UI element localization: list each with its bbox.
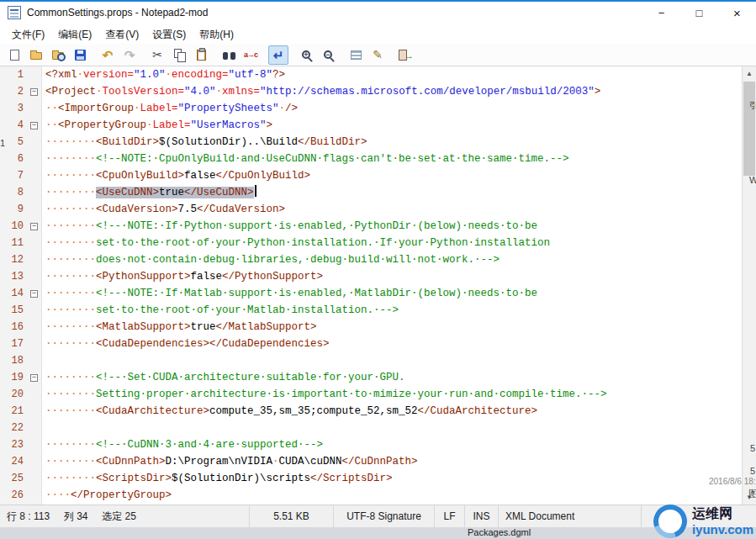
code-text[interactable] xyxy=(42,352,742,369)
code-text[interactable] xyxy=(42,420,742,436)
minimize-button[interactable]: − xyxy=(642,0,680,25)
exit-button[interactable] xyxy=(395,45,415,65)
fold-marker-icon[interactable]: − xyxy=(30,374,38,382)
scroll-up-arrow-icon[interactable]: ▲ xyxy=(743,66,756,81)
open-file-button[interactable] xyxy=(26,45,46,65)
code-line[interactable]: 9········<CudaVersion>7.5</CudaVersion> xyxy=(0,201,742,218)
browse-button[interactable] xyxy=(48,45,68,65)
code-line[interactable]: 4−··<PropertyGroup·Label="UserMacros"> xyxy=(0,117,742,134)
fold-margin[interactable]: − xyxy=(27,369,42,386)
fold-marker-icon[interactable]: − xyxy=(30,122,38,129)
paste-button[interactable] xyxy=(191,45,211,65)
menu-settings[interactable]: 设置(S) xyxy=(145,26,193,44)
code-line[interactable]: 18 xyxy=(0,352,742,369)
code-text[interactable]: ········set·to·the·root·of·your·Python·i… xyxy=(42,235,742,251)
code-text[interactable]: ········<CudaArchitecture>compute_35,sm_… xyxy=(42,403,742,420)
replace-button[interactable] xyxy=(241,45,261,65)
menu-view[interactable]: 查看(V) xyxy=(98,26,145,44)
code-line[interactable]: 10−········<!--·NOTE:·If·Python·support·… xyxy=(0,218,742,235)
code-line[interactable]: 14−········<!--·NOTE:·If·Matlab·support·… xyxy=(0,285,742,302)
code-text[interactable]: ········<!--·CuDNN·3·and·4·are·supported… xyxy=(42,436,742,453)
fold-marker-icon[interactable]: − xyxy=(30,88,38,96)
status-insert-mode[interactable]: INS xyxy=(465,505,499,527)
code-line[interactable]: 25········<ScriptsDir>$(SolutionDir)\scr… xyxy=(0,470,742,487)
code-line[interactable]: 3··<ImportGroup·Label="PropertySheets"·/… xyxy=(0,100,742,117)
code-text[interactable]: ········Setting·proper·architecture·is·i… xyxy=(42,386,742,403)
save-button[interactable] xyxy=(70,45,90,65)
code-text[interactable]: ··<PropertyGroup·Label="UserMacros"> xyxy=(42,117,742,134)
fold-marker-icon[interactable]: − xyxy=(30,223,38,230)
new-file-button[interactable] xyxy=(4,45,24,65)
menu-file[interactable]: 文件(F) xyxy=(5,26,51,44)
code-line[interactable]: 5········<BuildDir>$(SolutionDir)..\Buil… xyxy=(0,134,742,151)
code-line[interactable]: 23········<!--·CuDNN·3·and·4·are·support… xyxy=(0,436,742,453)
title-bar[interactable]: CommonSettings.props - Notepad2-mod − □ … xyxy=(0,0,756,25)
editor-area[interactable]: 1<?xml·version="1.0"·encoding="utf-8"?>2… xyxy=(0,66,756,505)
code-line[interactable]: 7········<CpuOnlyBuild>false</CpuOnlyBui… xyxy=(0,167,742,184)
code-text[interactable]: ····</PropertyGroup> xyxy=(42,487,742,504)
fold-margin[interactable]: − xyxy=(27,83,42,100)
code-line[interactable]: 11········set·to·the·root·of·your·Python… xyxy=(0,235,742,251)
fold-margin[interactable]: − xyxy=(27,285,42,302)
code-text[interactable]: ········<CudaVersion>7.5</CudaVersion> xyxy=(42,201,742,218)
copy-button[interactable] xyxy=(169,45,189,65)
code-line[interactable]: 12········does·not·contain·debug·librari… xyxy=(0,251,742,268)
line-number: 15 xyxy=(0,302,27,319)
syntax-scheme-button[interactable] xyxy=(367,45,388,65)
maximize-button[interactable]: □ xyxy=(680,0,718,25)
code-line[interactable]: 13········<PythonSupport>false</PythonSu… xyxy=(0,268,742,285)
code-text[interactable]: ········<CudaDependencies></CudaDependen… xyxy=(42,336,742,352)
cut-button[interactable] xyxy=(147,45,167,65)
code-line[interactable]: 19−········<!--·Set·CUDA·architecture·su… xyxy=(0,369,742,386)
code-text[interactable]: <?xml·version="1.0"·encoding="utf-8"?> xyxy=(42,66,742,83)
code-text[interactable]: ········does·not·contain·debug·libraries… xyxy=(42,251,742,268)
menu-help[interactable]: 帮助(H) xyxy=(193,26,241,44)
fold-margin[interactable]: − xyxy=(27,117,42,134)
code-text[interactable]: ········<!--NOTE:·CpuOnlyBuild·and·UseCu… xyxy=(42,151,742,167)
show-lines-button[interactable] xyxy=(346,45,366,65)
code-token: ········ xyxy=(45,304,96,316)
code-text[interactable]: ········<CpuOnlyBuild>false</CpuOnlyBuil… xyxy=(42,167,742,184)
code-text[interactable]: ··<ImportGroup·Label="PropertySheets"·/> xyxy=(42,100,742,117)
code-text[interactable]: ········<ScriptsDir>$(SolutionDir)\scrip… xyxy=(42,470,742,487)
code-lines[interactable]: 1<?xml·version="1.0"·encoding="utf-8"?>2… xyxy=(0,66,742,505)
code-text[interactable]: ········set·to·the·root·of·your·Matlab·i… xyxy=(42,302,742,319)
code-text[interactable]: ········<BuildDir>$(SolutionDir)..\Build… xyxy=(42,134,742,151)
status-document-type[interactable]: XML Document xyxy=(499,505,642,527)
zoom-in-button[interactable] xyxy=(296,45,316,65)
zoom-in-icon xyxy=(302,50,310,59)
menu-edit[interactable]: 编辑(E) xyxy=(51,26,98,44)
code-line[interactable]: 26····</PropertyGroup> xyxy=(0,487,742,504)
vertical-scrollbar[interactable]: ▲ ▼ xyxy=(742,66,756,505)
status-encoding[interactable]: UTF-8 Signature xyxy=(334,505,435,527)
code-line[interactable]: 15········set·to·the·root·of·your·Matlab… xyxy=(0,302,742,319)
code-text[interactable]: ········<CuDnnPath>D:\Program\nVIDIA·CUD… xyxy=(42,453,742,470)
close-button[interactable]: × xyxy=(718,0,756,25)
code-line[interactable]: 22 xyxy=(0,420,742,436)
code-text[interactable]: ········<UseCuDNN>true</UseCuDNN> xyxy=(42,184,742,201)
code-line[interactable]: 6········<!--NOTE:·CpuOnlyBuild·and·UseC… xyxy=(0,151,742,167)
code-text[interactable]: ········<!--·Set·CUDA·architecture·suita… xyxy=(42,369,742,386)
undo-button[interactable] xyxy=(98,45,118,65)
code-text[interactable]: ········<PythonSupport>false</PythonSupp… xyxy=(42,268,742,285)
fold-marker-icon[interactable]: − xyxy=(30,290,38,298)
redo-button[interactable] xyxy=(119,45,140,65)
word-wrap-button[interactable] xyxy=(268,45,288,65)
code-line[interactable]: 24········<CuDnnPath>D:\Program\nVIDIA·C… xyxy=(0,453,742,470)
code-line[interactable]: 17········<CudaDependencies></CudaDepend… xyxy=(0,336,742,352)
code-line[interactable]: 8········<UseCuDNN>true</UseCuDNN> xyxy=(0,184,742,201)
code-text[interactable]: ········<!--·NOTE:·If·Matlab·support·is·… xyxy=(42,285,742,302)
code-line[interactable]: 2−<Project·ToolsVersion="4.0"·xmlns="htt… xyxy=(0,83,742,100)
find-button[interactable] xyxy=(219,45,239,65)
status-line-ending[interactable]: LF xyxy=(435,505,465,527)
code-line[interactable]: 21········<CudaArchitecture>compute_35,s… xyxy=(0,403,742,420)
code-line[interactable]: 1<?xml·version="1.0"·encoding="utf-8"?> xyxy=(0,66,742,83)
code-line[interactable]: 16········<MatlabSupport>true</MatlabSup… xyxy=(0,319,742,336)
code-text[interactable]: ········<MatlabSupport>true</MatlabSuppo… xyxy=(42,319,742,336)
zoom-out-button[interactable] xyxy=(318,45,338,65)
code-line[interactable]: 20········Setting·proper·architecture·is… xyxy=(0,386,742,403)
scrollbar-thumb[interactable] xyxy=(743,82,755,176)
fold-margin[interactable]: − xyxy=(27,218,42,235)
code-text[interactable]: ········<!--·NOTE:·If·Python·support·is·… xyxy=(42,218,742,235)
code-text[interactable]: <Project·ToolsVersion="4.0"·xmlns="http:… xyxy=(42,83,742,100)
